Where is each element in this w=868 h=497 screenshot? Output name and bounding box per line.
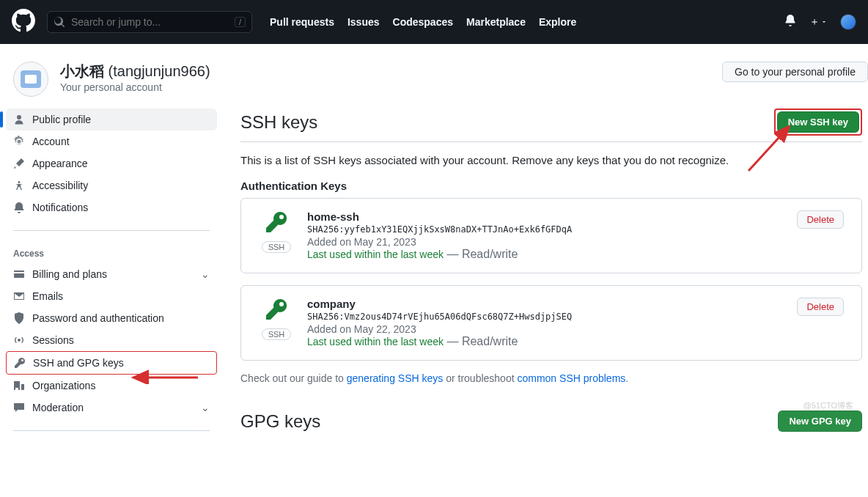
add-dropdown[interactable]: ＋ (809, 15, 827, 29)
sidebar-item-public-profile[interactable]: Public profile (6, 108, 217, 130)
topbar-right: ＋ (784, 14, 856, 30)
sidebar-label: Organizations (32, 380, 95, 391)
user-handle: (tangjunjun966) (108, 63, 210, 79)
nav-pull-requests[interactable]: Pull requests (270, 16, 334, 28)
search-input-wrap[interactable]: / (47, 11, 252, 33)
chevron-down-icon: ⌄ (201, 268, 210, 280)
sidebar-label: Notifications (32, 202, 88, 213)
sidebar-item-accessibility[interactable]: Accessibility (6, 174, 217, 196)
nav-explore[interactable]: Explore (539, 16, 576, 28)
new-ssh-key-button[interactable]: New SSH key (777, 111, 859, 133)
key-fingerprint: SHA256:yyfeb1xY31EQXjjkSxsW8naDX+TTJnAo+… (307, 224, 784, 235)
sidebar-item-appearance[interactable]: Appearance (6, 152, 217, 174)
ssh-badge: SSH (262, 328, 292, 340)
brush-icon (13, 158, 25, 169)
sidebar-item-notifications[interactable]: Notifications (6, 196, 217, 218)
slash-hint: / (235, 17, 246, 27)
person-icon (13, 114, 25, 125)
watermark: @51CTO博客 (803, 400, 853, 411)
chevron-down-icon: ⌄ (201, 402, 210, 413)
user-subtitle: Your personal account (60, 81, 210, 93)
delete-key-button[interactable]: Delete (797, 298, 844, 316)
shield-icon (13, 312, 25, 324)
key-readwrite: — Read/write (444, 335, 518, 347)
display-name: 小水稻 (60, 63, 104, 79)
goto-profile-button[interactable]: Go to your personal profile (722, 62, 868, 82)
sidebar-item-ssh-gpg-keys[interactable]: SSH and GPG keys (6, 351, 217, 375)
user-avatar-small[interactable] (840, 14, 856, 30)
ssh-key-card: SSH company SHA256:Vmz2ous4D74rVEjhu65A0… (240, 285, 862, 361)
top-nav: Pull requests Issues Codespaces Marketpl… (270, 16, 576, 28)
mail-icon (13, 290, 25, 302)
key-added-date: Added on May 22, 2023 (307, 323, 784, 335)
gpg-keys-heading-row: GPG keys New GPG key @51CTO博客 (240, 411, 862, 432)
sidebar-item-billing[interactable]: Billing and plans⌄ (6, 263, 217, 285)
sidebar-label: Public profile (32, 114, 91, 125)
search-icon (54, 16, 65, 28)
ssh-keys-heading-row: SSH keys New SSH key (240, 108, 862, 142)
new-gpg-key-button[interactable]: New GPG key (778, 411, 862, 432)
ssh-key-card: SSH home-ssh SHA256:yyfeb1xY31EQXjjkSxsW… (240, 198, 862, 273)
sidebar-label: SSH and GPG keys (33, 357, 124, 369)
sidebar-label: Account (32, 136, 70, 147)
key-readwrite: — Read/write (444, 248, 518, 260)
sidebar-item-emails[interactable]: Emails (6, 285, 217, 307)
common-ssh-problems-link[interactable]: common SSH problems (517, 372, 625, 384)
key-icon (14, 357, 26, 369)
ssh-guide-text: Check out our guide to generating SSH ke… (240, 372, 862, 384)
sidebar-label: Emails (32, 290, 63, 302)
top-bar: / Pull requests Issues Codespaces Market… (0, 0, 868, 44)
nav-codespaces[interactable]: Codespaces (393, 16, 453, 28)
key-name: home-ssh (307, 210, 784, 223)
sidebar-label: Sessions (32, 334, 74, 346)
generating-ssh-keys-link[interactable]: generating SSH keys (347, 372, 444, 384)
key-name: company (307, 298, 784, 310)
bell-icon (13, 202, 25, 213)
broadcast-icon (13, 334, 25, 346)
main-content: SSH keys New SSH key This is a list of S… (240, 108, 868, 437)
settings-header: 小水稻 (tangjunjun966) Your personal accoun… (0, 44, 868, 108)
sidebar-item-moderation[interactable]: Moderation⌄ (6, 397, 217, 419)
comment-icon (13, 402, 25, 413)
organization-icon (13, 380, 25, 391)
sidebar-label: Password and authentication (32, 312, 164, 324)
sidebar-label: Accessibility (32, 180, 88, 191)
key-last-used: Last used within the last week (307, 336, 444, 347)
sidebar-item-organizations[interactable]: Organizations (6, 375, 217, 397)
settings-sidebar: Public profile Account Appearance Access… (6, 108, 223, 437)
gpg-title: GPG keys (240, 411, 320, 432)
user-avatar-large (13, 62, 48, 97)
sidebar-label: Billing and plans (32, 268, 107, 280)
gear-icon (13, 136, 25, 147)
sidebar-item-password[interactable]: Password and authentication (6, 307, 217, 329)
user-name: 小水稻 (tangjunjun966) (60, 62, 210, 81)
nav-issues[interactable]: Issues (347, 16, 380, 28)
ssh-badge: SSH (262, 241, 292, 253)
search-input[interactable] (71, 16, 229, 28)
sidebar-section-access: Access (6, 237, 217, 263)
sidebar-label: Moderation (32, 402, 84, 413)
auth-keys-heading: Authentication Keys (240, 180, 862, 192)
accessibility-icon (13, 180, 25, 191)
key-fingerprint: SHA256:Vmz2ous4D74rVEjhu65A06dQFsc68Q7Z+… (307, 312, 784, 322)
key-last-used: Last used within the last week (307, 248, 444, 260)
github-logo-icon[interactable] (12, 9, 35, 35)
delete-key-button[interactable]: Delete (797, 210, 844, 229)
credit-card-icon (13, 268, 25, 280)
key-icon (265, 210, 288, 237)
nav-marketplace[interactable]: Marketplace (466, 16, 526, 28)
sidebar-label: Appearance (32, 158, 88, 169)
sidebar-item-account[interactable]: Account (6, 130, 217, 152)
ssh-description: This is a list of SSH keys associated wi… (240, 154, 862, 166)
key-icon (265, 298, 288, 324)
sidebar-item-sessions[interactable]: Sessions (6, 329, 217, 351)
notifications-icon[interactable] (784, 15, 796, 29)
key-added-date: Added on May 21, 2023 (307, 236, 784, 248)
page-title: SSH keys (240, 112, 317, 133)
